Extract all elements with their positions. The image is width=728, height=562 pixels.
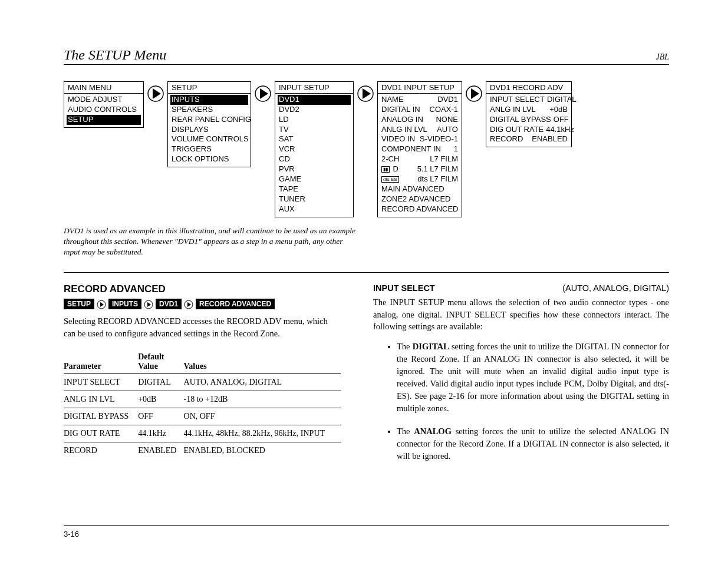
menu-items: INPUT SELECTDIGITALANLG IN LVL+0dBDIGITA…: [486, 95, 571, 147]
table-row: DIGITAL BYPASSOFFON, OFF: [64, 408, 341, 425]
table-row: DIG OUT RATE44.1kHz44.1kHz, 48kHz, 88.2k…: [64, 425, 341, 442]
menu-item[interactable]: TV: [279, 125, 350, 135]
menu-item[interactable]: ANLG IN LVL+0dB: [490, 105, 568, 115]
menu-item[interactable]: TUNER: [279, 194, 350, 204]
table-row: ANLG IN LVL+0dB-18 to +12dB: [64, 391, 341, 408]
parameter-table: ParameterDefaultValueValues INPUT SELECT…: [64, 350, 341, 459]
menu-items: INPUTSSPEAKERSREAR PANEL CONFIGDISPLAYSV…: [168, 95, 251, 167]
table-cell: DIGITAL: [138, 373, 183, 391]
menu-items: MODE ADJUSTAUDIO CONTROLSSETUP: [64, 95, 143, 127]
list-item: The DIGITAL setting forces the unit to u…: [397, 340, 669, 415]
page-number: 3-16: [64, 530, 79, 538]
menu-item[interactable]: DIG OUT RATE44.1kHz: [490, 125, 568, 135]
menu-title: MAIN MENU: [64, 82, 143, 94]
menu-item[interactable]: INPUTS: [170, 95, 248, 105]
menu-dvd1-setup: DVD1 INPUT SETUP NAMEDVD1DIGITAL INCOAX-…: [377, 81, 462, 217]
menu-input-setup: INPUT SETUP DVD1DVD2LDTVSATVCRCDPVRGAMET…: [275, 81, 354, 217]
menu-item[interactable]: VOLUME CONTROLS: [172, 134, 247, 144]
menu-item[interactable]: DISPLAYS: [172, 125, 247, 135]
menu-item[interactable]: CD: [279, 154, 350, 164]
brand-label: JBL: [655, 52, 669, 62]
section-intro: Selecting RECORD ADVANCED accesses the R…: [64, 315, 341, 339]
menu-record-adv: DVD1 RECORD ADV INPUT SELECTDIGITALANLG …: [486, 81, 572, 147]
svg-marker-7: [471, 88, 479, 99]
table-cell: 44.1kHz: [138, 425, 183, 442]
menu-item[interactable]: MODE ADJUST: [68, 95, 140, 105]
table-cell: +0dB: [138, 391, 183, 408]
table-cell: -18 to +12dB: [184, 391, 341, 408]
svg-marker-9: [100, 302, 104, 307]
menu-item[interactable]: REAR PANEL CONFIG: [172, 115, 247, 125]
arrow-icon: [255, 85, 271, 105]
left-column: RECORD ADVANCED SETUPINPUTSDVD1RECORD AD…: [64, 283, 341, 473]
menu-item[interactable]: SAT: [279, 134, 350, 144]
section-heading: RECORD ADVANCED: [64, 283, 341, 295]
table-header: DefaultValue: [138, 350, 183, 374]
right-heading-row: INPUT SELECT (AUTO, ANALOG, DIGITAL): [373, 283, 669, 293]
menu-item[interactable]: 2-CHL7 FILM: [381, 154, 458, 164]
table-cell: ANLG IN LVL: [64, 391, 138, 408]
menu-item[interactable]: VIDEO INS-VIDEO-1: [381, 134, 458, 144]
table-cell: DIG OUT RATE: [64, 425, 138, 442]
table-cell: ENABLED, BLOCKED: [184, 442, 341, 459]
menu-item[interactable]: NAMEDVD1: [381, 95, 458, 105]
table-cell: AUTO, ANALOG, DIGITAL: [184, 373, 341, 391]
right-column: INPUT SELECT (AUTO, ANALOG, DIGITAL) The…: [373, 283, 669, 473]
svg-marker-1: [153, 88, 161, 99]
chevron-right-icon: [97, 299, 106, 309]
menu-item[interactable]: GAME: [279, 174, 350, 184]
chevron-right-icon: [184, 299, 193, 309]
menu-item[interactable]: RECORD ADVANCED: [381, 204, 459, 213]
table-row: INPUT SELECTDIGITALAUTO, ANALOG, DIGITAL: [64, 373, 341, 391]
svg-marker-13: [187, 302, 191, 307]
menu-item[interactable]: INPUT SELECTDIGITAL: [490, 95, 568, 105]
svg-marker-3: [260, 88, 268, 99]
breadcrumb-chip: SETUP: [64, 299, 94, 309]
table-cell: ENABLED: [138, 442, 183, 459]
menu-item[interactable]: RECORDENABLED: [490, 134, 568, 144]
arrow-icon: [466, 85, 482, 105]
menu-item[interactable]: SPEAKERS: [172, 105, 247, 115]
menu-item[interactable]: DVD2: [279, 105, 350, 115]
menu-main: MAIN MENU MODE ADJUSTAUDIO CONTROLSSETUP: [64, 81, 144, 128]
menu-items: NAMEDVD1DIGITAL INCOAX-1ANALOG INNONEANL…: [378, 95, 462, 217]
menu-item[interactable]: TRIGGERS: [172, 144, 247, 154]
menu-item[interactable]: ZONE2 ADVANCED: [381, 194, 451, 203]
menu-item[interactable]: LD: [279, 115, 350, 125]
menu-title: DVD1 RECORD ADV: [486, 82, 571, 94]
menu-item[interactable]: MAIN ADVANCED: [381, 184, 444, 193]
menu-item[interactable]: COMPONENT IN1: [381, 144, 458, 154]
menu-item[interactable]: ANALOG INNONE: [381, 115, 458, 125]
right-options: (AUTO, ANALOG, DIGITAL): [562, 283, 669, 293]
breadcrumb-chip: INPUTS: [108, 299, 141, 309]
menu-item[interactable]: ▮▮ D5.1 L7 FILM: [381, 164, 458, 174]
menu-item[interactable]: AUX: [279, 204, 350, 214]
menu-item[interactable]: dts ESdts L7 FILM: [381, 174, 458, 184]
bullets-list: The DIGITAL setting forces the unit to u…: [373, 340, 669, 462]
breadcrumb: SETUPINPUTSDVD1RECORD ADVANCED: [64, 299, 341, 309]
table-row: RECORDENABLEDENABLED, BLOCKED: [64, 442, 341, 459]
section-divider: [64, 272, 669, 273]
menu-title: DVD1 INPUT SETUP: [378, 82, 462, 94]
menu-setup: SETUP INPUTSSPEAKERSREAR PANEL CONFIGDIS…: [167, 81, 251, 167]
menu-item[interactable]: SETUP: [67, 115, 141, 125]
menu-item[interactable]: LOCK OPTIONS: [172, 154, 247, 164]
right-intro: The INPUT SETUP menu allows the selectio…: [373, 296, 669, 332]
menu-item[interactable]: DIGITAL BYPASSOFF: [490, 115, 568, 125]
table-header: Parameter: [64, 350, 138, 374]
illustration-caption: DVD1 is used as an example in this illus…: [64, 226, 358, 258]
content-columns: RECORD ADVANCED SETUPINPUTSDVD1RECORD AD…: [64, 283, 669, 473]
table-cell: INPUT SELECT: [64, 373, 138, 391]
menu-title: SETUP: [168, 82, 251, 94]
menu-item[interactable]: PVR: [279, 164, 350, 174]
arrow-icon: [147, 85, 164, 105]
menu-item[interactable]: VCR: [279, 144, 350, 154]
right-heading: INPUT SELECT: [373, 283, 435, 293]
menu-item[interactable]: AUDIO CONTROLS: [68, 105, 140, 115]
menu-item[interactable]: DVD1: [278, 95, 351, 105]
menu-item[interactable]: DIGITAL INCOAX-1: [381, 105, 458, 115]
menu-flow: MAIN MENU MODE ADJUSTAUDIO CONTROLSSETUP…: [64, 81, 669, 217]
svg-marker-5: [363, 88, 371, 99]
menu-item[interactable]: ANLG IN LVLAUTO: [381, 125, 458, 135]
menu-item[interactable]: TAPE: [279, 184, 350, 194]
